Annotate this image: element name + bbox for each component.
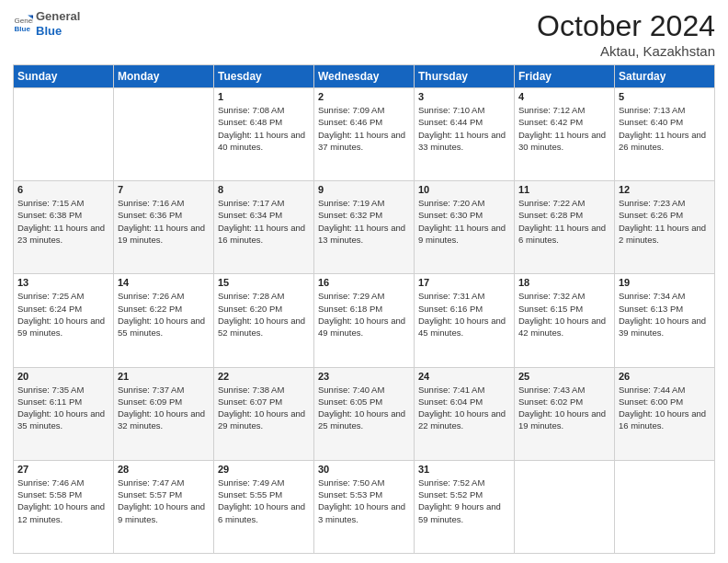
day-cell: 17Sunrise: 7:31 AMSunset: 6:16 PMDayligh… [415, 274, 515, 367]
svg-text:General: General [14, 17, 33, 25]
day-info: Sunrise: 7:25 AMSunset: 6:24 PMDaylight:… [17, 290, 109, 339]
day-cell: 23Sunrise: 7:40 AMSunset: 6:05 PMDayligh… [314, 367, 415, 460]
day-number: 13 [17, 277, 109, 288]
day-info: Sunrise: 7:32 AMSunset: 6:15 PMDaylight:… [518, 290, 610, 339]
day-number: 9 [318, 184, 410, 195]
title-block: October 2024 Aktau, Kazakhstan [537, 9, 715, 59]
day-cell: 22Sunrise: 7:38 AMSunset: 6:07 PMDayligh… [214, 367, 314, 460]
day-info: Sunrise: 7:23 AMSunset: 6:26 PMDaylight:… [619, 197, 711, 246]
day-cell: 31Sunrise: 7:52 AMSunset: 5:52 PMDayligh… [415, 460, 515, 553]
header: General Blue General Blue October 2024 A… [13, 9, 715, 59]
day-info: Sunrise: 7:10 AMSunset: 6:44 PMDaylight:… [418, 104, 510, 153]
week-row-1: 1Sunrise: 7:08 AMSunset: 6:48 PMDaylight… [14, 88, 715, 181]
day-number: 20 [17, 371, 109, 382]
weekday-header-saturday: Saturday [615, 65, 715, 88]
day-info: Sunrise: 7:09 AMSunset: 6:46 PMDaylight:… [318, 104, 410, 153]
day-cell: 3Sunrise: 7:10 AMSunset: 6:44 PMDaylight… [415, 88, 515, 181]
day-number: 2 [318, 91, 410, 102]
day-info: Sunrise: 7:29 AMSunset: 6:18 PMDaylight:… [318, 290, 410, 339]
day-cell: 26Sunrise: 7:44 AMSunset: 6:00 PMDayligh… [615, 367, 715, 460]
day-cell: 6Sunrise: 7:15 AMSunset: 6:38 PMDaylight… [14, 181, 114, 274]
weekday-header-wednesday: Wednesday [314, 65, 415, 88]
day-number: 8 [218, 184, 310, 195]
day-info: Sunrise: 7:16 AMSunset: 6:36 PMDaylight:… [118, 197, 210, 246]
day-info: Sunrise: 7:41 AMSunset: 6:04 PMDaylight:… [418, 384, 510, 432]
day-cell: 15Sunrise: 7:28 AMSunset: 6:20 PMDayligh… [214, 274, 314, 367]
day-cell: 18Sunrise: 7:32 AMSunset: 6:15 PMDayligh… [515, 274, 615, 367]
day-cell [114, 88, 214, 181]
day-cell: 2Sunrise: 7:09 AMSunset: 6:46 PMDaylight… [314, 88, 415, 181]
logo-blue-text: Blue [36, 24, 80, 39]
day-info: Sunrise: 7:34 AMSunset: 6:13 PMDaylight:… [619, 290, 711, 339]
day-cell: 7Sunrise: 7:16 AMSunset: 6:36 PMDaylight… [114, 181, 214, 274]
day-info: Sunrise: 7:37 AMSunset: 6:09 PMDaylight:… [118, 384, 210, 432]
day-number: 23 [318, 371, 410, 382]
day-number: 25 [518, 371, 610, 382]
day-cell [14, 88, 114, 181]
day-number: 19 [619, 277, 711, 288]
day-cell [515, 460, 615, 553]
calendar-table: SundayMondayTuesdayWednesdayThursdayFrid… [13, 64, 715, 554]
page: General Blue General Blue October 2024 A… [0, 0, 728, 563]
day-info: Sunrise: 7:50 AMSunset: 5:53 PMDaylight:… [318, 477, 410, 525]
day-number: 26 [619, 371, 711, 382]
weekday-header-row: SundayMondayTuesdayWednesdayThursdayFrid… [14, 65, 715, 88]
day-number: 10 [418, 184, 510, 195]
day-info: Sunrise: 7:19 AMSunset: 6:32 PMDaylight:… [318, 197, 410, 246]
day-info: Sunrise: 7:20 AMSunset: 6:30 PMDaylight:… [418, 197, 510, 246]
day-number: 17 [418, 277, 510, 288]
day-info: Sunrise: 7:28 AMSunset: 6:20 PMDaylight:… [218, 290, 310, 339]
day-cell: 21Sunrise: 7:37 AMSunset: 6:09 PMDayligh… [114, 367, 214, 460]
day-number: 3 [418, 91, 510, 102]
day-info: Sunrise: 7:40 AMSunset: 6:05 PMDaylight:… [318, 384, 410, 432]
day-info: Sunrise: 7:13 AMSunset: 6:40 PMDaylight:… [619, 104, 711, 153]
weekday-header-monday: Monday [114, 65, 214, 88]
day-info: Sunrise: 7:47 AMSunset: 5:57 PMDaylight:… [118, 477, 210, 525]
day-cell: 4Sunrise: 7:12 AMSunset: 6:42 PMDaylight… [515, 88, 615, 181]
day-info: Sunrise: 7:17 AMSunset: 6:34 PMDaylight:… [218, 197, 310, 246]
day-number: 29 [218, 464, 310, 475]
logo-general-text: General [36, 9, 80, 24]
location-title: Aktau, Kazakhstan [537, 43, 715, 59]
day-cell: 19Sunrise: 7:34 AMSunset: 6:13 PMDayligh… [615, 274, 715, 367]
day-info: Sunrise: 7:52 AMSunset: 5:52 PMDaylight:… [418, 477, 510, 525]
day-cell: 14Sunrise: 7:26 AMSunset: 6:22 PMDayligh… [114, 274, 214, 367]
week-row-5: 27Sunrise: 7:46 AMSunset: 5:58 PMDayligh… [14, 460, 715, 553]
day-info: Sunrise: 7:15 AMSunset: 6:38 PMDaylight:… [17, 197, 109, 246]
day-cell: 9Sunrise: 7:19 AMSunset: 6:32 PMDaylight… [314, 181, 415, 274]
logo-icon: General Blue [13, 14, 33, 34]
day-cell: 8Sunrise: 7:17 AMSunset: 6:34 PMDaylight… [214, 181, 314, 274]
day-number: 15 [218, 277, 310, 288]
day-info: Sunrise: 7:43 AMSunset: 6:02 PMDaylight:… [518, 384, 610, 432]
svg-text:Blue: Blue [14, 25, 30, 33]
day-number: 6 [17, 184, 109, 195]
week-row-3: 13Sunrise: 7:25 AMSunset: 6:24 PMDayligh… [14, 274, 715, 367]
day-cell: 30Sunrise: 7:50 AMSunset: 5:53 PMDayligh… [314, 460, 415, 553]
day-number: 1 [218, 91, 310, 102]
day-cell: 27Sunrise: 7:46 AMSunset: 5:58 PMDayligh… [14, 460, 114, 553]
weekday-header-sunday: Sunday [14, 65, 114, 88]
day-info: Sunrise: 7:44 AMSunset: 6:00 PMDaylight:… [619, 384, 711, 432]
day-number: 14 [118, 277, 210, 288]
day-cell: 24Sunrise: 7:41 AMSunset: 6:04 PMDayligh… [415, 367, 515, 460]
day-cell: 29Sunrise: 7:49 AMSunset: 5:55 PMDayligh… [214, 460, 314, 553]
day-number: 21 [118, 371, 210, 382]
day-number: 5 [619, 91, 711, 102]
week-row-2: 6Sunrise: 7:15 AMSunset: 6:38 PMDaylight… [14, 181, 715, 274]
day-number: 22 [218, 371, 310, 382]
day-number: 24 [418, 371, 510, 382]
day-cell: 28Sunrise: 7:47 AMSunset: 5:57 PMDayligh… [114, 460, 214, 553]
day-cell: 11Sunrise: 7:22 AMSunset: 6:28 PMDayligh… [515, 181, 615, 274]
logo: General Blue General Blue [13, 9, 80, 38]
day-number: 30 [318, 464, 410, 475]
weekday-header-tuesday: Tuesday [214, 65, 314, 88]
month-title: October 2024 [537, 9, 715, 43]
day-cell: 25Sunrise: 7:43 AMSunset: 6:02 PMDayligh… [515, 367, 615, 460]
day-cell: 16Sunrise: 7:29 AMSunset: 6:18 PMDayligh… [314, 274, 415, 367]
day-number: 27 [17, 464, 109, 475]
weekday-header-friday: Friday [515, 65, 615, 88]
day-info: Sunrise: 7:49 AMSunset: 5:55 PMDaylight:… [218, 477, 310, 525]
day-number: 4 [518, 91, 610, 102]
day-number: 12 [619, 184, 711, 195]
day-number: 28 [118, 464, 210, 475]
